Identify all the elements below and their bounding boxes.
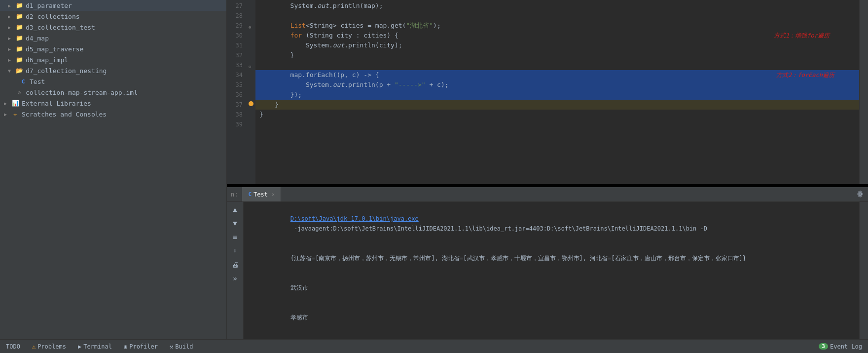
- build-icon: ⚒: [170, 343, 173, 350]
- terminal-status-item[interactable]: ▶ Terminal: [76, 340, 114, 353]
- sidebar-item-d6[interactable]: ▶ 📁 d6_map_impl: [0, 54, 226, 65]
- sort-button[interactable]: ≡: [230, 232, 241, 242]
- console-output[interactable]: D:\soft\Java\jdk-17.0.1\bin\java.exe -ja…: [244, 202, 859, 339]
- code-line: }: [255, 100, 859, 110]
- problems-label: Problems: [37, 343, 66, 350]
- editor-scrollbar[interactable]: [859, 0, 868, 184]
- console-line: {江苏省=[南京市，扬州市，苏州市，无锡市，常州市], 湖北省=[武汉市，孝感市…: [248, 243, 855, 273]
- inline-comment: 方式2：forEach遍历: [776, 70, 834, 80]
- profiler-status-item[interactable]: ◉ Profiler: [122, 340, 160, 353]
- sidebar-label: d3_collection_test: [26, 24, 95, 31]
- code-line: System.out.println(p + "----->" + c);: [255, 80, 859, 90]
- collapse-arrow: ▶: [8, 3, 15, 8]
- sidebar-label: d4_map: [26, 35, 49, 42]
- gear-icon: [856, 190, 864, 198]
- sidebar-item-d1[interactable]: ▶ 📁 d1_parameter: [0, 0, 226, 11]
- code-line: }: [255, 50, 859, 60]
- console-line: 十堰市: [248, 332, 855, 339]
- folder-open-icon: 📂: [15, 66, 24, 75]
- iml-file-icon: ⊙: [15, 88, 24, 97]
- inline-comment: 方式1：增强for遍历: [774, 31, 830, 40]
- console-command-rest: -javaagent:D:\soft\JetBrains\IntelliJIDE…: [290, 225, 707, 232]
- line-numbers: 27 28 29 30 31 32 33 34 35 36 37 38 39: [227, 0, 247, 184]
- sidebar-label: d6_map_impl: [26, 56, 68, 64]
- tab-file-icon: C: [248, 191, 252, 197]
- warning-marker: [249, 101, 253, 106]
- import-button[interactable]: ⬇: [230, 245, 241, 256]
- code-line: [255, 60, 859, 70]
- collapse-arrow: ▶: [8, 46, 15, 52]
- sidebar-item-ext-lib[interactable]: ▶ 📊 External Libraries: [0, 98, 226, 109]
- console-text: 武汉市: [290, 284, 308, 291]
- library-icon: 📊: [11, 99, 20, 108]
- profiler-label: Profiler: [129, 343, 158, 350]
- todo-status-item[interactable]: TODO: [4, 340, 22, 353]
- code-line: List<String> cities = map.get("湖北省");: [255, 21, 859, 31]
- code-content[interactable]: System.out.println(map); List<String> ci…: [255, 0, 859, 184]
- sidebar-item-d5[interactable]: ▶ 📁 d5_map_traverse: [0, 43, 226, 54]
- console-text: {江苏省=[南京市，扬州市，苏州市，无锡市，常州市], 湖北省=[武汉市，孝感市…: [290, 255, 746, 262]
- folder-icon: 📁: [15, 34, 24, 42]
- scratches-icon: ✏: [11, 110, 20, 118]
- sidebar-label: d2_collections: [26, 13, 80, 20]
- console-line: 武汉市: [248, 273, 855, 303]
- sidebar-label: d5_map_traverse: [26, 45, 83, 53]
- folder-icon: 📁: [15, 55, 24, 64]
- bottom-tab-bar: n: C Test ✕: [227, 187, 868, 202]
- event-log-status-item[interactable]: 3 Event Log: [817, 340, 864, 353]
- collapse-arrow: ▶: [8, 14, 15, 19]
- console-text: 孝感市: [290, 314, 308, 321]
- code-editor: 27 28 29 30 31 32 33 34 35 36 37 38 39: [227, 0, 868, 184]
- problems-icon: ⚠: [32, 343, 36, 350]
- sidebar-label: collection-map-stream-app.iml: [26, 89, 138, 96]
- collapse-arrow: ▶: [8, 57, 15, 63]
- console-body: ▲ ▼ ≡ ⬇ 🖨 » D:\soft\Java\jdk-17.0.1\bin\…: [227, 202, 868, 339]
- collapse-arrow: ▼: [8, 68, 15, 74]
- sidebar-item-d4[interactable]: ▶ 📁 d4_map: [0, 33, 226, 43]
- sidebar-label: External Libraries: [22, 100, 91, 107]
- tab-test[interactable]: C Test ✕: [242, 187, 281, 201]
- panel-narrow-label: n:: [231, 191, 238, 198]
- terminal-label: Terminal: [83, 343, 112, 350]
- sidebar-item-d7[interactable]: ▼ 📂 d7_collection_nesting: [0, 65, 226, 76]
- scroll-down-button[interactable]: ▼: [230, 218, 241, 229]
- sidebar-label: Scratches and Consoles: [22, 111, 107, 118]
- scroll-up-button[interactable]: ▲: [230, 204, 241, 215]
- print-button[interactable]: 🖨: [230, 259, 241, 270]
- sidebar-item-test[interactable]: ▶ C Test: [0, 76, 226, 87]
- sidebar-item-d3[interactable]: ▶ 📁 d3_collection_test: [0, 22, 226, 33]
- collapse-arrow: ▶: [4, 112, 11, 117]
- bottom-panel: n: C Test ✕ ▲ ▼: [227, 186, 868, 339]
- event-log-label: Event Log: [830, 343, 862, 350]
- problems-status-item[interactable]: ⚠ Problems: [30, 340, 68, 353]
- sidebar-item-iml[interactable]: ▶ ⊙ collection-map-stream-app.iml: [0, 87, 226, 98]
- console-toolbar: ▲ ▼ ≡ ⬇ 🖨 »: [227, 202, 244, 339]
- tab-close-button[interactable]: ✕: [272, 192, 275, 197]
- sidebar-item-d2[interactable]: ▶ 📁 d2_collections: [0, 11, 226, 22]
- tab-label: Test: [253, 191, 268, 198]
- collapse-arrow: ▶: [8, 25, 15, 30]
- terminal-icon: ▶: [78, 343, 81, 350]
- settings-gear-button[interactable]: [856, 190, 864, 199]
- code-line: });: [255, 90, 859, 100]
- sidebar-label: Test: [30, 78, 45, 85]
- console-line: 孝感市: [248, 303, 855, 332]
- code-line: for (String city : cities) { 方式1：增强for遍历: [255, 31, 859, 40]
- code-line: [255, 119, 859, 129]
- file-tree: ▶ 📁 d1_parameter ▶ 📁 d2_collections ▶ 📁 …: [0, 0, 227, 339]
- console-scrollbar[interactable]: [859, 202, 868, 339]
- main-area: ▶ 📁 d1_parameter ▶ 📁 d2_collections ▶ 📁 …: [0, 0, 868, 339]
- code-line: [255, 11, 859, 21]
- console-line: D:\soft\Java\jdk-17.0.1\bin\java.exe -ja…: [248, 204, 855, 243]
- folder-icon: 📁: [15, 12, 24, 21]
- status-bar: TODO ⚠ Problems ▶ Terminal ◉ Profiler ⚒ …: [0, 339, 868, 353]
- sidebar-label: d1_parameter: [26, 2, 72, 9]
- more-button[interactable]: »: [230, 273, 241, 284]
- java-exe-link[interactable]: D:\soft\Java\jdk-17.0.1\bin\java.exe: [290, 215, 419, 222]
- java-file-icon: C: [19, 77, 28, 86]
- code-line: }: [255, 110, 859, 119]
- build-label: Build: [175, 343, 193, 350]
- build-status-item[interactable]: ⚒ Build: [168, 340, 195, 353]
- collapse-arrow: ▶: [4, 101, 11, 106]
- sidebar-item-scratches[interactable]: ▶ ✏ Scratches and Consoles: [0, 109, 226, 119]
